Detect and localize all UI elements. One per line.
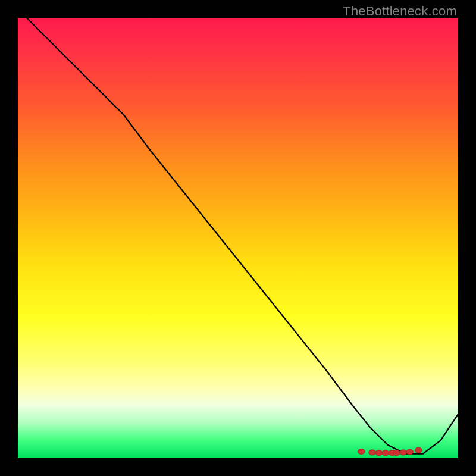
marker-dot (406, 449, 414, 455)
marker-dot (382, 450, 389, 456)
main-curve (27, 18, 458, 454)
chart-overlay-svg (18, 18, 458, 458)
marker-dot (369, 450, 376, 455)
marker-dot (415, 447, 422, 453)
marker-dot (400, 450, 407, 455)
marker-dot (375, 450, 383, 456)
chart-stage: TheBottleneck.com (0, 0, 476, 476)
watermark-text: TheBottleneck.com (343, 4, 457, 19)
marker-dot (358, 449, 365, 454)
marker-dot (393, 450, 400, 456)
